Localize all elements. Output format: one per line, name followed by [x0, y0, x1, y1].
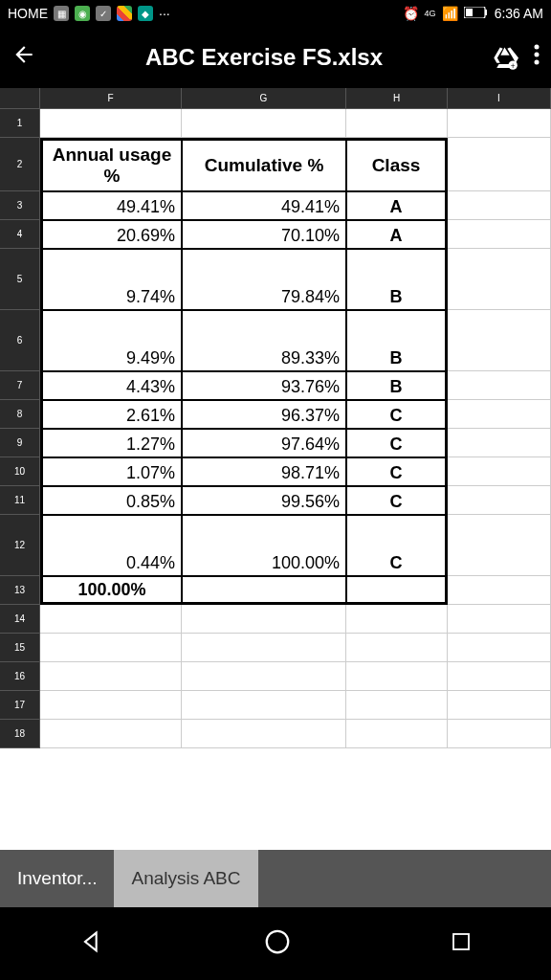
- cell[interactable]: 99.56%: [182, 486, 346, 515]
- nav-home-button[interactable]: [263, 927, 292, 960]
- cell[interactable]: [40, 109, 182, 138]
- cell[interactable]: [448, 576, 551, 605]
- cell[interactable]: [182, 634, 346, 662]
- cell[interactable]: 93.76%: [182, 371, 346, 400]
- cell[interactable]: [346, 691, 448, 720]
- cell[interactable]: [448, 220, 551, 249]
- cell[interactable]: [346, 576, 448, 605]
- cell[interactable]: [182, 605, 346, 634]
- sheet-tab-inventory[interactable]: Inventor...: [0, 850, 114, 907]
- cell[interactable]: B: [346, 249, 448, 310]
- cell[interactable]: [182, 109, 346, 138]
- cell[interactable]: 98.71%: [182, 457, 346, 486]
- cell[interactable]: 4.43%: [40, 371, 182, 400]
- cell[interactable]: [448, 400, 551, 429]
- cell[interactable]: [448, 109, 551, 138]
- cell[interactable]: 97.64%: [182, 429, 346, 457]
- row-header[interactable]: 17: [0, 691, 40, 720]
- drive-add-icon[interactable]: +: [492, 44, 518, 71]
- cell[interactable]: 20.69%: [40, 220, 182, 249]
- cell[interactable]: 89.33%: [182, 310, 346, 371]
- cell[interactable]: 49.41%: [182, 191, 346, 220]
- cell[interactable]: 1.27%: [40, 429, 182, 457]
- cell[interactable]: [448, 429, 551, 457]
- cell[interactable]: C: [346, 486, 448, 515]
- cell[interactable]: [182, 720, 346, 748]
- back-button[interactable]: [11, 42, 36, 74]
- cell[interactable]: [448, 691, 551, 720]
- cell[interactable]: A: [346, 191, 448, 220]
- header-annual-usage[interactable]: Annual usage %: [40, 138, 182, 191]
- row-header[interactable]: 1: [0, 109, 40, 138]
- cell[interactable]: [182, 691, 346, 720]
- cell[interactable]: [346, 605, 448, 634]
- row-header[interactable]: 9: [0, 429, 40, 457]
- cell[interactable]: [346, 720, 448, 748]
- row-header[interactable]: 10: [0, 457, 40, 486]
- row-header[interactable]: 3: [0, 191, 40, 220]
- col-header-F[interactable]: F: [40, 88, 182, 108]
- col-header-G[interactable]: G: [182, 88, 346, 108]
- row-header[interactable]: 7: [0, 371, 40, 400]
- more-menu-button[interactable]: [534, 44, 540, 71]
- header-class[interactable]: Class: [346, 138, 448, 191]
- cell[interactable]: [182, 662, 346, 691]
- row-header[interactable]: 4: [0, 220, 40, 249]
- cell[interactable]: [448, 486, 551, 515]
- cell[interactable]: [448, 634, 551, 662]
- cell[interactable]: [448, 371, 551, 400]
- row-header[interactable]: 6: [0, 310, 40, 371]
- cell[interactable]: [346, 109, 448, 138]
- cell[interactable]: C: [346, 400, 448, 429]
- cell[interactable]: [40, 691, 182, 720]
- cell[interactable]: [346, 662, 448, 691]
- row-header[interactable]: 16: [0, 662, 40, 691]
- cell[interactable]: [448, 720, 551, 748]
- cell[interactable]: A: [346, 220, 448, 249]
- cell[interactable]: [40, 605, 182, 634]
- col-header-H[interactable]: H: [346, 88, 448, 108]
- cell[interactable]: C: [346, 429, 448, 457]
- cell-total[interactable]: 100.00%: [40, 576, 182, 605]
- cell[interactable]: 79.84%: [182, 249, 346, 310]
- cell[interactable]: [448, 662, 551, 691]
- header-cumulative[interactable]: Cumulative %: [182, 138, 346, 191]
- cell[interactable]: [448, 138, 551, 191]
- row-header[interactable]: 5: [0, 249, 40, 310]
- cell[interactable]: [40, 662, 182, 691]
- row-header[interactable]: 12: [0, 515, 40, 576]
- cell[interactable]: [448, 457, 551, 486]
- cell[interactable]: 70.10%: [182, 220, 346, 249]
- cell[interactable]: [448, 191, 551, 220]
- cell[interactable]: 2.61%: [40, 400, 182, 429]
- row-header[interactable]: 8: [0, 400, 40, 429]
- cell[interactable]: [448, 515, 551, 576]
- row-header[interactable]: 14: [0, 605, 40, 634]
- cell[interactable]: 0.44%: [40, 515, 182, 576]
- cell[interactable]: 0.85%: [40, 486, 182, 515]
- cell[interactable]: 100.00%: [182, 515, 346, 576]
- cell[interactable]: 1.07%: [40, 457, 182, 486]
- spreadsheet[interactable]: F G H I 1 2 3 4 5 6 7 8 9 10 11 12 13 14…: [0, 88, 551, 850]
- cell[interactable]: 9.49%: [40, 310, 182, 371]
- cell[interactable]: [346, 634, 448, 662]
- nav-recent-button[interactable]: [450, 930, 473, 957]
- cell[interactable]: 96.37%: [182, 400, 346, 429]
- cell[interactable]: [448, 249, 551, 310]
- row-header[interactable]: 13: [0, 576, 40, 605]
- cell[interactable]: [448, 605, 551, 634]
- cell[interactable]: [40, 634, 182, 662]
- cell[interactable]: B: [346, 371, 448, 400]
- cell[interactable]: 49.41%: [40, 191, 182, 220]
- cell[interactable]: [182, 576, 346, 605]
- cell[interactable]: 9.74%: [40, 249, 182, 310]
- nav-back-button[interactable]: [78, 928, 105, 959]
- row-header[interactable]: 15: [0, 634, 40, 662]
- row-header[interactable]: 18: [0, 720, 40, 748]
- cell[interactable]: B: [346, 310, 448, 371]
- sheet-tab-analysis[interactable]: Analysis ABC: [114, 850, 257, 907]
- cell[interactable]: [448, 310, 551, 371]
- col-header-I[interactable]: I: [448, 88, 551, 108]
- row-header[interactable]: 11: [0, 486, 40, 515]
- cell[interactable]: C: [346, 457, 448, 486]
